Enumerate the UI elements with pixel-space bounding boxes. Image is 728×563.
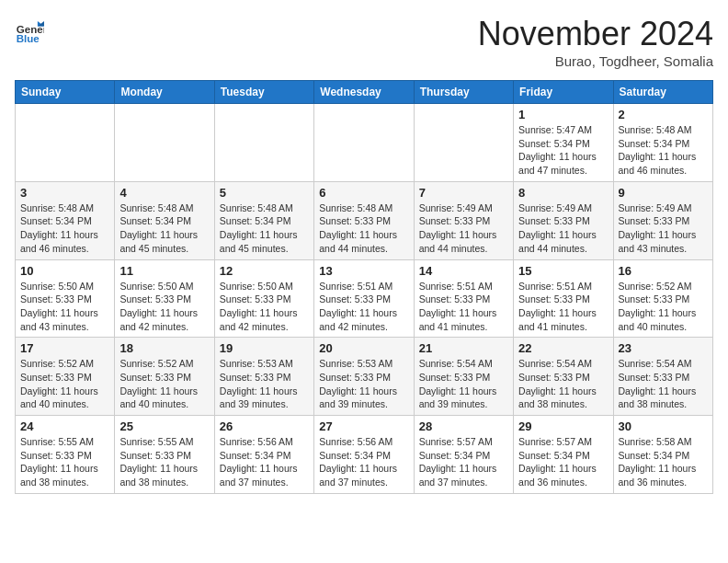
day-info: Sunrise: 5:56 AM Sunset: 5:34 PM Dayligh… [319,435,408,489]
calendar-cell: 19Sunrise: 5:53 AM Sunset: 5:33 PM Dayli… [214,338,313,416]
calendar-table: SundayMondayTuesdayWednesdayThursdayFrid… [15,80,713,494]
calendar-cell: 27Sunrise: 5:56 AM Sunset: 5:34 PM Dayli… [314,416,414,494]
day-info: Sunrise: 5:49 AM Sunset: 5:33 PM Dayligh… [619,201,708,256]
calendar-cell: 26Sunrise: 5:56 AM Sunset: 5:34 PM Dayli… [214,416,313,494]
calendar-cell: 22Sunrise: 5:54 AM Sunset: 5:33 PM Dayli… [514,338,613,416]
day-number: 30 [619,419,708,433]
day-info: Sunrise: 5:53 AM Sunset: 5:33 PM Dayligh… [220,357,309,411]
calendar-cell: 13Sunrise: 5:51 AM Sunset: 5:33 PM Dayli… [314,259,414,338]
day-number: 14 [419,264,508,278]
day-number: 20 [319,341,408,355]
day-info: Sunrise: 5:55 AM Sunset: 5:33 PM Dayligh… [119,435,209,489]
calendar-cell: 18Sunrise: 5:52 AM Sunset: 5:33 PM Dayli… [115,338,214,416]
day-number: 4 [119,186,209,200]
day-info: Sunrise: 5:48 AM Sunset: 5:34 PM Dayligh… [220,201,309,256]
weekday-header-monday: Monday [115,81,214,104]
calendar-cell: 1Sunrise: 5:47 AM Sunset: 5:34 PM Daylig… [514,104,613,182]
day-info: Sunrise: 5:55 AM Sunset: 5:33 PM Dayligh… [20,435,109,489]
day-number: 18 [119,341,209,355]
day-info: Sunrise: 5:54 AM Sunset: 5:33 PM Dayligh… [619,357,708,411]
calendar-cell: 30Sunrise: 5:58 AM Sunset: 5:34 PM Dayli… [613,416,712,494]
day-number: 15 [518,264,608,278]
calendar-location: Burao, Togdheer, Somalia [478,53,713,69]
day-info: Sunrise: 5:50 AM Sunset: 5:33 PM Dayligh… [20,280,109,334]
day-info: Sunrise: 5:50 AM Sunset: 5:33 PM Dayligh… [119,280,209,334]
day-number: 22 [518,341,608,355]
day-info: Sunrise: 5:47 AM Sunset: 5:34 PM Dayligh… [518,123,608,178]
calendar-cell: 29Sunrise: 5:57 AM Sunset: 5:34 PM Dayli… [514,416,613,494]
day-info: Sunrise: 5:54 AM Sunset: 5:33 PM Dayligh… [419,357,508,411]
day-number: 3 [20,186,109,200]
day-number: 24 [20,419,109,433]
day-info: Sunrise: 5:52 AM Sunset: 5:33 PM Dayligh… [619,280,708,334]
day-number: 27 [319,419,408,433]
day-number: 13 [319,264,408,278]
calendar-cell: 4Sunrise: 5:48 AM Sunset: 5:34 PM Daylig… [115,181,214,259]
calendar-cell [314,104,414,182]
weekday-header-friday: Friday [514,81,613,104]
calendar-cell: 6Sunrise: 5:48 AM Sunset: 5:33 PM Daylig… [314,181,414,259]
weekday-header-wednesday: Wednesday [314,81,414,104]
calendar-cell: 15Sunrise: 5:51 AM Sunset: 5:33 PM Dayli… [514,259,613,338]
calendar-cell [414,104,513,182]
calendar-cell: 12Sunrise: 5:50 AM Sunset: 5:33 PM Dayli… [214,259,313,338]
calendar-cell [214,104,313,182]
day-number: 28 [419,419,508,433]
calendar-cell: 25Sunrise: 5:55 AM Sunset: 5:33 PM Dayli… [115,416,214,494]
logo: General Blue [15,15,44,44]
calendar-cell: 28Sunrise: 5:57 AM Sunset: 5:34 PM Dayli… [414,416,513,494]
calendar-cell: 3Sunrise: 5:48 AM Sunset: 5:34 PM Daylig… [16,181,115,259]
calendar-cell: 9Sunrise: 5:49 AM Sunset: 5:33 PM Daylig… [613,181,712,259]
day-info: Sunrise: 5:58 AM Sunset: 5:34 PM Dayligh… [619,435,708,489]
day-info: Sunrise: 5:48 AM Sunset: 5:34 PM Dayligh… [20,201,109,256]
calendar-cell: 7Sunrise: 5:49 AM Sunset: 5:33 PM Daylig… [414,181,513,259]
calendar-cell: 14Sunrise: 5:51 AM Sunset: 5:33 PM Dayli… [414,259,513,338]
day-number: 21 [419,341,508,355]
calendar-cell: 24Sunrise: 5:55 AM Sunset: 5:33 PM Dayli… [16,416,115,494]
calendar-cell: 23Sunrise: 5:54 AM Sunset: 5:33 PM Dayli… [613,338,712,416]
day-info: Sunrise: 5:51 AM Sunset: 5:33 PM Dayligh… [518,280,608,334]
day-info: Sunrise: 5:51 AM Sunset: 5:33 PM Dayligh… [319,280,408,334]
calendar-cell: 10Sunrise: 5:50 AM Sunset: 5:33 PM Dayli… [16,259,115,338]
day-number: 26 [220,419,309,433]
day-number: 12 [220,264,309,278]
logo-icon: General Blue [15,15,44,44]
day-number: 19 [220,341,309,355]
calendar-cell: 16Sunrise: 5:52 AM Sunset: 5:33 PM Dayli… [613,259,712,338]
day-info: Sunrise: 5:49 AM Sunset: 5:33 PM Dayligh… [518,201,608,256]
page-header: General Blue November 2024 Burao, Togdhe… [15,15,713,69]
title-block: November 2024 Burao, Togdheer, Somalia [478,15,713,69]
calendar-cell: 8Sunrise: 5:49 AM Sunset: 5:33 PM Daylig… [514,181,613,259]
day-number: 2 [619,108,708,121]
day-number: 9 [619,186,708,200]
calendar-week-4: 17Sunrise: 5:52 AM Sunset: 5:33 PM Dayli… [16,338,713,416]
day-number: 5 [220,186,309,200]
calendar-cell [115,104,214,182]
weekday-header-saturday: Saturday [613,81,712,104]
calendar-cell: 11Sunrise: 5:50 AM Sunset: 5:33 PM Dayli… [115,259,214,338]
day-info: Sunrise: 5:49 AM Sunset: 5:33 PM Dayligh… [419,201,508,256]
calendar-week-2: 3Sunrise: 5:48 AM Sunset: 5:34 PM Daylig… [16,181,713,259]
calendar-cell: 20Sunrise: 5:53 AM Sunset: 5:33 PM Dayli… [314,338,414,416]
day-info: Sunrise: 5:48 AM Sunset: 5:34 PM Dayligh… [619,123,708,178]
day-info: Sunrise: 5:52 AM Sunset: 5:33 PM Dayligh… [119,357,209,411]
day-info: Sunrise: 5:53 AM Sunset: 5:33 PM Dayligh… [319,357,408,411]
day-number: 7 [419,186,508,200]
day-number: 25 [119,419,209,433]
day-number: 17 [20,341,109,355]
day-info: Sunrise: 5:48 AM Sunset: 5:34 PM Dayligh… [119,201,209,256]
day-info: Sunrise: 5:57 AM Sunset: 5:34 PM Dayligh… [518,435,608,489]
day-info: Sunrise: 5:50 AM Sunset: 5:33 PM Dayligh… [220,280,309,334]
calendar-week-5: 24Sunrise: 5:55 AM Sunset: 5:33 PM Dayli… [16,416,713,494]
day-number: 10 [20,264,109,278]
calendar-cell: 17Sunrise: 5:52 AM Sunset: 5:33 PM Dayli… [16,338,115,416]
weekday-header-tuesday: Tuesday [214,81,313,104]
weekday-header-thursday: Thursday [414,81,513,104]
day-number: 16 [619,264,708,278]
day-number: 11 [119,264,209,278]
calendar-cell: 2Sunrise: 5:48 AM Sunset: 5:34 PM Daylig… [613,104,712,182]
weekday-header-sunday: Sunday [16,81,115,104]
day-info: Sunrise: 5:52 AM Sunset: 5:33 PM Dayligh… [20,357,109,411]
calendar-cell: 21Sunrise: 5:54 AM Sunset: 5:33 PM Dayli… [414,338,513,416]
day-info: Sunrise: 5:56 AM Sunset: 5:34 PM Dayligh… [220,435,309,489]
